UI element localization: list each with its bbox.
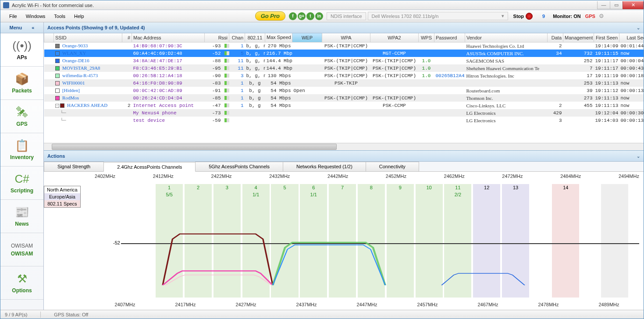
chart-legend: North America Europe/Asia 802.11 Specs: [44, 186, 81, 208]
chevron-down-icon: ▾: [502, 13, 504, 19]
collapse-icon[interactable]: ⌄: [637, 154, 640, 159]
axis-tick: 2452MHz: [386, 174, 406, 180]
gear-icon[interactable]: ⚙: [599, 13, 604, 19]
stop-icon: [526, 13, 533, 20]
settings-icon: ⚒: [17, 272, 27, 286]
table-row[interactable]: Orange-9033 14:B9:68:07:90:3C -93 1 b, g…: [44, 42, 644, 50]
legend-eu: Europe/Asia: [44, 193, 80, 200]
actions-header: Actions ⌄: [44, 151, 644, 162]
top-axis: 2402MHz2412MHz2422MHz2432MHz2442MHz2452M…: [95, 174, 639, 180]
table-row[interactable]: [Hidden] 00:0C:42:0C:AD:89 -91 1 b, g 54…: [44, 87, 644, 94]
axis-tick: 2417MHz: [175, 302, 196, 307]
tab-connectivity[interactable]: Connectivity: [366, 162, 419, 171]
twitter-icon[interactable]: t: [306, 12, 314, 20]
legend-specs: 802.11 Specs: [44, 200, 80, 207]
menu-windows[interactable]: Windows: [21, 12, 50, 21]
col-std[interactable]: 802.11: [245, 33, 265, 42]
interface-select[interactable]: Dell Wireless 1702 802.11b/g/n ▾: [368, 12, 508, 20]
menu-tools[interactable]: Tools: [50, 12, 70, 21]
table-row[interactable]: - HACKERS AHEAD 2 Internet Access point …: [44, 102, 644, 109]
antenna-icon: ((•)): [12, 39, 32, 53]
sidebar-item-inventory[interactable]: 📋Inventory: [0, 133, 43, 167]
window-title: Acrylic Wi-Fi - Not for commercial use.: [12, 3, 94, 8]
col-mgmt[interactable]: Management: [563, 33, 594, 42]
code-icon: C#: [14, 172, 29, 186]
col-data[interactable]: Data: [548, 33, 563, 42]
col-vendor[interactable]: Vendor: [465, 33, 548, 42]
table-row[interactable]: RodMos 00:26:24:CD:D4:D4 -85 1 b, g 54 M…: [44, 94, 644, 102]
tab-5ghz-channels[interactable]: 5Ghz AcessPoints Channels: [195, 162, 283, 171]
app-icon: [3, 2, 9, 8]
gps-status[interactable]: GPS: [585, 14, 595, 19]
table-row[interactable]: └─ test device -59 LG Electronics 3 19:1…: [44, 117, 644, 124]
axis-tick: 2402MHz: [95, 174, 115, 180]
chevron-left-icon[interactable]: «: [32, 25, 34, 30]
table-row[interactable]: └─ My Nexus4 phone -73 LG Electronics 42…: [44, 109, 644, 117]
maximize-button[interactable]: ▭: [610, 1, 623, 9]
col-wpa2[interactable]: WPA2: [370, 33, 419, 42]
axis-tick: 2494MHz: [619, 174, 639, 180]
axis-tick: 2472MHz: [502, 174, 523, 180]
tab-networks-requested[interactable]: Networks Requested (1/2): [283, 162, 366, 171]
col-spd[interactable]: Max Speed ▴: [265, 33, 292, 42]
rssi-marker-left: -52: [113, 240, 120, 245]
col-mac[interactable]: Mac Address: [132, 33, 205, 42]
col-last-seen[interactable]: Last Seen: [619, 33, 644, 42]
menu-help[interactable]: Help: [70, 12, 89, 21]
table-row[interactable]: wifimedia-R-4573 00:26:5B:12:A4:18 -90 3…: [44, 72, 644, 79]
table-row[interactable]: Orange-DE16 34:8A:AE:47:DE:17 -88 11 b, …: [44, 57, 644, 64]
sidebar-item-owisam[interactable]: OWISAMOWISAM: [0, 233, 43, 266]
col-rssi[interactable]: Rssi: [205, 33, 229, 42]
action-tabs: Signal Strength 2.4Ghz AcessPoints Chann…: [44, 162, 644, 172]
satellite-icon: 🛰: [16, 106, 28, 119]
col-wps[interactable]: WPS: [419, 33, 434, 42]
menu-bar: File Windows Tools Help Go Pro f g+ t in…: [0, 10, 644, 22]
owisam-icon: OWISAM: [11, 243, 33, 249]
status-bar: 9 / 9 AP(s) GPS Status: Off: [0, 310, 644, 319]
table-row[interactable]: WIFI00001 64:16:F0:D8:90:89 -83 1 b, g 5…: [44, 79, 644, 87]
col-first-seen[interactable]: First Seen: [594, 33, 619, 42]
scrollbar-thumb[interactable]: [52, 144, 337, 150]
col-ssid[interactable]: SSID: [54, 33, 122, 42]
bottom-axis: 2407MHz2417MHz2427MHz2437MHz2447MHz2457M…: [95, 302, 639, 307]
access-points-header: Access Points (Showing 9 of 9, Updated 4…: [44, 22, 644, 33]
stop-button[interactable]: Stop: [513, 13, 533, 20]
sidebar-item-packets[interactable]: 📦Packets: [0, 67, 43, 100]
ap-count: 9: [542, 14, 545, 19]
access-points-table: SSID # Mac Address Rssi Chan 802.11 Max …: [44, 33, 644, 151]
sidebar-item-news[interactable]: 📰News: [0, 200, 43, 233]
table-row[interactable]: MOVISTAR_29A8 F8:C3:46:E5:29:B1 -95 11 b…: [44, 64, 644, 72]
stop-label: Stop: [513, 14, 524, 19]
sidebar-item-options[interactable]: ⚒Options: [0, 266, 43, 300]
channel-strip: 141312112/21098761/1541/13215/5 -52 -52: [95, 184, 639, 298]
facebook-icon[interactable]: f: [289, 12, 297, 20]
col-wep[interactable]: WEP: [292, 33, 322, 42]
sidebar-item-scripting[interactable]: C#Scripting: [0, 167, 43, 200]
sidebar-item-gps[interactable]: 🛰GPS: [0, 100, 43, 133]
go-pro-button[interactable]: Go Pro: [255, 11, 285, 21]
horizontal-scrollbar[interactable]: [44, 143, 644, 150]
col-pwd[interactable]: Password: [434, 33, 465, 42]
monitor-status[interactable]: Monitor: ON: [553, 14, 581, 19]
table-row[interactable]: WLAN_XY 60:A4:4C:69:D2:48 -52 5 b, g, n …: [44, 50, 644, 57]
google-plus-icon[interactable]: g+: [298, 12, 306, 20]
axis-tick: 2432MHz: [269, 174, 290, 180]
col-chan[interactable]: Chan: [229, 33, 245, 42]
axis-tick: 2457MHz: [417, 302, 438, 307]
table-header[interactable]: SSID # Mac Address Rssi Chan 802.11 Max …: [44, 33, 644, 42]
close-button[interactable]: ✕: [623, 1, 644, 9]
minimize-button[interactable]: —: [597, 1, 610, 9]
app-window: Acrylic Wi-Fi - Not for commercial use. …: [0, 0, 644, 319]
axis-tick: 2489MHz: [598, 302, 619, 307]
col-wpa[interactable]: WPA: [322, 33, 370, 42]
linkedin-icon[interactable]: in: [315, 12, 323, 20]
col-n[interactable]: #: [122, 33, 132, 42]
collapse-icon[interactable]: ⌄: [637, 25, 640, 30]
interface-label: NDIS interface: [327, 12, 366, 20]
axis-tick: 2484MHz: [560, 174, 581, 180]
title-bar[interactable]: Acrylic Wi-Fi - Not for commercial use. …: [0, 0, 644, 10]
tab-24ghz-channels[interactable]: 2.4Ghz AcessPoints Channels: [103, 162, 196, 172]
sidebar-item-aps[interactable]: ((•))APs: [0, 33, 43, 67]
menu-file[interactable]: File: [5, 12, 21, 21]
tab-signal-strength[interactable]: Signal Strength: [44, 162, 104, 171]
